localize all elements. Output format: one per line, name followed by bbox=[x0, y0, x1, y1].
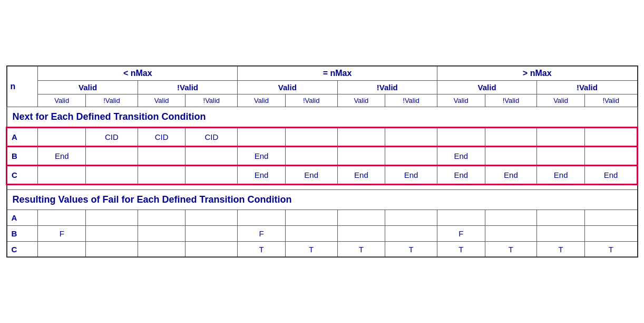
subh-6: !Valid bbox=[285, 94, 337, 107]
fail-a-c8 bbox=[385, 210, 437, 225]
header-lt-nmax: < nMax bbox=[38, 66, 238, 81]
row-c-c3 bbox=[138, 165, 186, 184]
row-a-c12 bbox=[584, 127, 637, 146]
row-a-c9 bbox=[437, 127, 485, 146]
fail-c-c12: T bbox=[584, 241, 637, 257]
row-b-c12 bbox=[584, 146, 637, 165]
fail-a-c6 bbox=[285, 210, 337, 225]
fail-b-c3 bbox=[138, 225, 186, 241]
row-b-c4 bbox=[186, 146, 238, 165]
fail-c-c10: T bbox=[485, 241, 537, 257]
fail-c-c4 bbox=[186, 241, 238, 257]
fail-c-c9: T bbox=[437, 241, 485, 257]
row-c-c7: End bbox=[337, 165, 385, 184]
fail-c-c2 bbox=[86, 241, 138, 257]
fail-c-c1 bbox=[38, 241, 86, 257]
row-c-c6: End bbox=[285, 165, 337, 184]
subh-10: !Valid bbox=[485, 94, 537, 107]
row-b-id: B bbox=[7, 146, 38, 165]
header-invalid-1: !Valid bbox=[138, 80, 237, 94]
row-a-c8 bbox=[385, 127, 437, 146]
subh-12: !Valid bbox=[584, 94, 637, 107]
row-a-c6 bbox=[285, 127, 337, 146]
row-b-c8 bbox=[385, 146, 437, 165]
fail-c-c7: T bbox=[337, 241, 385, 257]
row-a-c3: CID bbox=[138, 127, 186, 146]
subh-8: !Valid bbox=[385, 94, 437, 107]
row-c-c11: End bbox=[537, 165, 585, 184]
subh-11: Valid bbox=[537, 94, 585, 107]
row-a-id: A bbox=[7, 127, 38, 146]
section2-header: Resulting Values of Fail for Each Define… bbox=[7, 189, 638, 210]
subh-9: Valid bbox=[437, 94, 485, 107]
fail-c-c6: T bbox=[285, 241, 337, 257]
row-b-c10 bbox=[485, 146, 537, 165]
row-c-c8: End bbox=[385, 165, 437, 184]
row-a-c5 bbox=[238, 127, 286, 146]
subh-7: Valid bbox=[337, 94, 385, 107]
row-c-c5: End bbox=[238, 165, 286, 184]
subh-2: !Valid bbox=[86, 94, 138, 107]
row-b-c7 bbox=[337, 146, 385, 165]
fail-b-c12 bbox=[584, 225, 637, 241]
row-b-c5: End bbox=[238, 146, 286, 165]
fail-b-c7 bbox=[337, 225, 385, 241]
subh-5: Valid bbox=[238, 94, 286, 107]
row-b-c9: End bbox=[437, 146, 485, 165]
header-valid-1: Valid bbox=[38, 80, 138, 94]
header-valid-3: Valid bbox=[437, 80, 536, 94]
fail-a-c2 bbox=[86, 210, 138, 225]
fail-a-c10 bbox=[485, 210, 537, 225]
row-c-c4 bbox=[186, 165, 238, 184]
header-invalid-3: !Valid bbox=[537, 80, 638, 94]
fail-c-c11: T bbox=[537, 241, 585, 257]
subh-3: Valid bbox=[138, 94, 186, 107]
fail-row-c-id: C bbox=[7, 241, 38, 257]
fail-b-c6 bbox=[285, 225, 337, 241]
fail-b-c5: F bbox=[238, 225, 286, 241]
row-c-c9: End bbox=[437, 165, 485, 184]
fail-a-c12 bbox=[584, 210, 637, 225]
fail-row-a: A bbox=[7, 210, 638, 225]
fail-b-c11 bbox=[537, 225, 585, 241]
section1-header: Next for Each Defined Transition Conditi… bbox=[7, 107, 638, 127]
subh-4: !Valid bbox=[186, 94, 238, 107]
fail-b-c10 bbox=[485, 225, 537, 241]
fail-a-c11 bbox=[537, 210, 585, 225]
row-c: C End End End End End End End End bbox=[7, 165, 638, 184]
fail-b-c9: F bbox=[437, 225, 485, 241]
row-b-c1: End bbox=[38, 146, 86, 165]
fail-b-c4 bbox=[186, 225, 238, 241]
row-b-c2 bbox=[86, 146, 138, 165]
fail-a-c5 bbox=[238, 210, 286, 225]
row-b-c6 bbox=[285, 146, 337, 165]
row-a-c1 bbox=[38, 127, 86, 146]
header-n: n bbox=[7, 66, 38, 107]
fail-row-b: B F F F bbox=[7, 225, 638, 241]
row-a-c4: CID bbox=[186, 127, 238, 146]
row-a-c2: CID bbox=[86, 127, 138, 146]
fail-row-b-id: B bbox=[7, 225, 38, 241]
fail-a-c1 bbox=[38, 210, 86, 225]
row-a: A CID CID CID bbox=[7, 127, 638, 146]
fail-b-c8 bbox=[385, 225, 437, 241]
fail-b-c1: F bbox=[38, 225, 86, 241]
spacer-row bbox=[7, 184, 638, 189]
fail-a-c7 bbox=[337, 210, 385, 225]
fail-row-c: C T T T T T T T T bbox=[7, 241, 638, 257]
fail-a-c3 bbox=[138, 210, 186, 225]
row-b: B End End End bbox=[7, 146, 638, 165]
main-table: n < nMax = nMax > nMax Valid !Valid Vali… bbox=[6, 65, 638, 258]
fail-b-c2 bbox=[86, 225, 138, 241]
row-c-c1 bbox=[38, 165, 86, 184]
header-invalid-2: !Valid bbox=[337, 80, 437, 94]
fail-c-c5: T bbox=[238, 241, 286, 257]
fail-c-c3 bbox=[138, 241, 186, 257]
row-a-c7 bbox=[337, 127, 385, 146]
fail-c-c8: T bbox=[385, 241, 437, 257]
subh-1: Valid bbox=[38, 94, 86, 107]
header-eq-nmax: = nMax bbox=[238, 66, 437, 81]
main-container: n < nMax = nMax > nMax Valid !Valid Vali… bbox=[6, 65, 638, 258]
row-c-id: C bbox=[7, 165, 38, 184]
row-a-c10 bbox=[485, 127, 537, 146]
